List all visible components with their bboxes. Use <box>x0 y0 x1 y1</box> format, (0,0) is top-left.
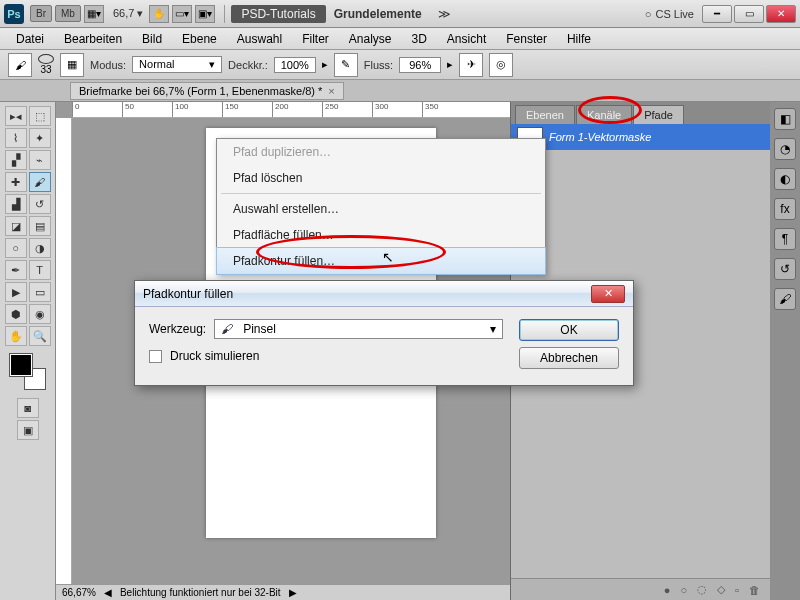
minimize-button[interactable]: ━ <box>702 5 732 23</box>
menu-analyse[interactable]: Analyse <box>339 30 402 48</box>
character-panel-icon[interactable]: ¶ <box>774 228 796 250</box>
gradient-tool[interactable]: ▤ <box>29 216 51 236</box>
path-select-tool[interactable]: ▶ <box>5 282 27 302</box>
arrange-icon[interactable]: ▭▾ <box>172 5 192 23</box>
canvas-area[interactable]: 050100150200250300350400450 Pfad duplizi… <box>56 102 510 600</box>
brush-tool[interactable]: 🖌 <box>29 172 51 192</box>
cm-fill-path[interactable]: Pfadfläche füllen… <box>217 222 545 248</box>
eraser-tool[interactable]: ◪ <box>5 216 27 236</box>
new-path-icon[interactable]: ▫ <box>735 584 739 596</box>
stamp-tool[interactable]: ▟ <box>5 194 27 214</box>
menu-fenster[interactable]: Fenster <box>496 30 557 48</box>
selection-to-path-icon[interactable]: ◇ <box>717 583 725 596</box>
pressure-opacity-icon[interactable]: ✎ <box>334 53 358 77</box>
brush-tool-icon[interactable]: 🖌 <box>8 53 32 77</box>
path-item[interactable]: Form 1-Vektormaske <box>511 124 770 150</box>
menu-auswahl[interactable]: Auswahl <box>227 30 292 48</box>
menu-3d[interactable]: 3D <box>402 30 437 48</box>
menu-filter[interactable]: Filter <box>292 30 339 48</box>
document-tab[interactable]: Briefmarke bei 66,7% (Form 1, Ebenenmask… <box>70 82 344 100</box>
stroke-path-icon[interactable]: ○ <box>680 584 687 596</box>
menu-bearbeiten[interactable]: Bearbeiten <box>54 30 132 48</box>
stroke-path-dialog: Pfadkontur füllen ✕ Werkzeug: 🖌 Pinsel ▾ <box>134 280 634 386</box>
close-button[interactable]: ✕ <box>766 5 796 23</box>
history-panel-icon[interactable]: ↺ <box>774 258 796 280</box>
context-menu: Pfad duplizieren… Pfad löschen Auswahl e… <box>216 138 546 275</box>
tab-layers[interactable]: Ebenen <box>515 105 575 124</box>
fill-path-icon[interactable]: ● <box>664 584 671 596</box>
zoom-field[interactable]: 66,7 ▾ <box>113 7 143 20</box>
maximize-button[interactable]: ▭ <box>734 5 764 23</box>
type-tool[interactable]: T <box>29 260 51 280</box>
workspace-crumb[interactable]: PSD-Tutorials <box>231 5 325 23</box>
wand-tool[interactable]: ✦ <box>29 128 51 148</box>
marquee-tool[interactable]: ⬚ <box>29 106 51 126</box>
color-panel-icon[interactable]: ◔ <box>774 138 796 160</box>
delete-path-icon[interactable]: 🗑 <box>749 584 760 596</box>
chevron-down-icon: ▾ <box>490 322 496 336</box>
tab-channels[interactable]: Kanäle <box>576 105 632 124</box>
blur-tool[interactable]: ○ <box>5 238 27 258</box>
ok-button[interactable]: OK <box>519 319 619 341</box>
hand-tool[interactable]: ✋ <box>5 326 27 346</box>
mode-dropdown[interactable]: Normal ▾ <box>132 56 222 73</box>
screenmode-icon[interactable]: ▣▾ <box>195 5 215 23</box>
brush-panel-icon[interactable]: ▦ <box>60 53 84 77</box>
adjustments-panel-icon[interactable]: ◐ <box>774 168 796 190</box>
pressure-size-icon[interactable]: ◎ <box>489 53 513 77</box>
foreground-color[interactable] <box>10 354 32 376</box>
brushes-panel-icon[interactable]: 🖌 <box>774 288 796 310</box>
statusbar: 66,67% ◀ Belichtung funktioniert nur bei… <box>56 584 510 600</box>
pen-tool[interactable]: ✒ <box>5 260 27 280</box>
tab-paths[interactable]: Pfade <box>633 105 684 124</box>
menu-bild[interactable]: Bild <box>132 30 172 48</box>
color-swatches[interactable] <box>10 354 46 390</box>
brush-size[interactable]: 33 <box>40 64 51 75</box>
close-tab-icon[interactable]: × <box>328 85 334 97</box>
flow-field[interactable]: 96% <box>399 57 441 73</box>
history-brush-tool[interactable]: ↺ <box>29 194 51 214</box>
cm-delete-path[interactable]: Pfad löschen <box>217 165 545 191</box>
view-extras-icon[interactable]: ▦▾ <box>84 5 104 23</box>
workspace-name[interactable]: Grundelemente <box>326 7 430 21</box>
flow-label: Fluss: <box>364 59 393 71</box>
styles-panel-icon[interactable]: fx <box>774 198 796 220</box>
cm-stroke-path[interactable]: Pfadkontur füllen… <box>216 247 546 275</box>
tool-dropdown[interactable]: 🖌 Pinsel ▾ <box>214 319 503 339</box>
3d-tool[interactable]: ⬢ <box>5 304 27 324</box>
airbrush-icon[interactable]: ✈ <box>459 53 483 77</box>
dodge-tool[interactable]: ◑ <box>29 238 51 258</box>
cm-make-selection[interactable]: Auswahl erstellen… <box>217 196 545 222</box>
tool-label: Werkzeug: <box>149 322 206 336</box>
crop-tool[interactable]: ▞ <box>5 150 27 170</box>
opacity-field[interactable]: 100% <box>274 57 316 73</box>
status-zoom[interactable]: 66,67% <box>62 587 96 598</box>
menu-datei[interactable]: Datei <box>6 30 54 48</box>
zoom-tool[interactable]: 🔍 <box>29 326 51 346</box>
cslive-button[interactable]: CS Live <box>645 8 694 20</box>
ruler-horizontal: 050100150200250300350400450 <box>72 102 510 118</box>
menu-hilfe[interactable]: Hilfe <box>557 30 601 48</box>
menu-ansicht[interactable]: Ansicht <box>437 30 496 48</box>
simulate-pressure-checkbox[interactable] <box>149 350 162 363</box>
cm-duplicate-path: Pfad duplizieren… <box>217 139 545 165</box>
eyedropper-tool[interactable]: ⌁ <box>29 150 51 170</box>
shape-tool[interactable]: ▭ <box>29 282 51 302</box>
swatches-panel-icon[interactable]: ◧ <box>774 108 796 130</box>
cancel-button[interactable]: Abbrechen <box>519 347 619 369</box>
workspace-more[interactable]: ≫ <box>430 7 459 21</box>
dialog-close-button[interactable]: ✕ <box>591 285 625 303</box>
screenmode-tool[interactable]: ▣ <box>17 420 39 440</box>
move-tool[interactable]: ▸◂ <box>5 106 27 126</box>
brush-icon: 🖌 <box>221 322 237 336</box>
bridge-button[interactable]: Br <box>30 5 52 22</box>
quickmask-icon[interactable]: ◙ <box>17 398 39 418</box>
heal-tool[interactable]: ✚ <box>5 172 27 192</box>
dialog-title: Pfadkontur füllen <box>143 287 233 301</box>
lasso-tool[interactable]: ⌇ <box>5 128 27 148</box>
camera-tool[interactable]: ◉ <box>29 304 51 324</box>
minibridge-button[interactable]: Mb <box>55 5 81 22</box>
menu-ebene[interactable]: Ebene <box>172 30 227 48</box>
hand-icon[interactable]: ✋ <box>149 5 169 23</box>
path-to-selection-icon[interactable]: ◌ <box>697 583 707 596</box>
